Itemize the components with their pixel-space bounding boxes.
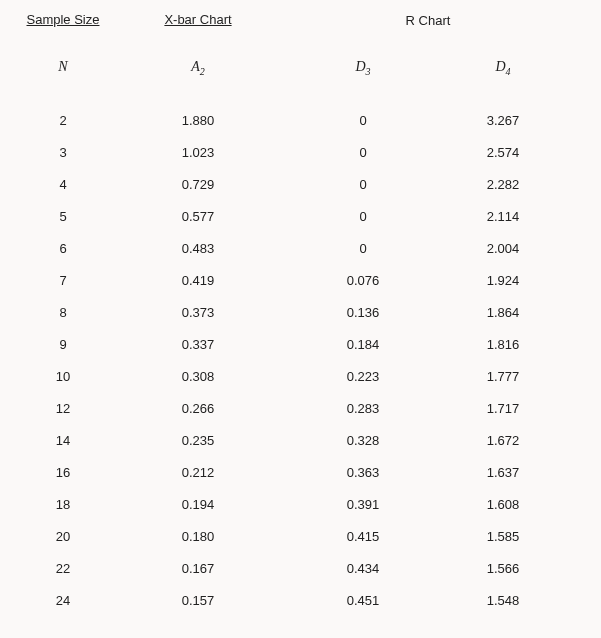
cell-d4: 1.608 [438, 497, 568, 512]
table-row: 40.72902.282 [18, 177, 583, 192]
cell-a2: 0.167 [108, 561, 288, 576]
symbol-d3-base: D [355, 59, 365, 74]
table-row: 220.1670.4341.566 [18, 561, 583, 576]
symbol-d4: D4 [438, 59, 568, 77]
cell-a2: 1.880 [108, 113, 288, 128]
cell-a2: 0.266 [108, 401, 288, 416]
cell-d3: 0.223 [288, 369, 438, 384]
cell-d4: 2.282 [438, 177, 568, 192]
cell-d3: 0.328 [288, 433, 438, 448]
header-sample-size: Sample Size [18, 12, 108, 27]
header-xbar-chart: X-bar Chart [108, 12, 288, 27]
cell-d4: 1.864 [438, 305, 568, 320]
cell-n: 10 [18, 369, 108, 384]
cell-d4: 1.816 [438, 337, 568, 352]
cell-n: 12 [18, 401, 108, 416]
cell-n: 3 [18, 145, 108, 160]
table-row: 160.2120.3631.637 [18, 465, 583, 480]
cell-d3: 0.434 [288, 561, 438, 576]
data-rows: 21.88003.26731.02302.57440.72902.28250.5… [18, 113, 583, 608]
cell-d3: 0.391 [288, 497, 438, 512]
symbol-a2: A2 [108, 59, 288, 77]
cell-n: 8 [18, 305, 108, 320]
cell-d4: 3.267 [438, 113, 568, 128]
cell-d3: 0.136 [288, 305, 438, 320]
table-row: 120.2660.2831.717 [18, 401, 583, 416]
symbol-d3-sub: 3 [366, 66, 371, 77]
cell-n: 24 [18, 593, 108, 608]
cell-n: 6 [18, 241, 108, 256]
cell-n: 4 [18, 177, 108, 192]
table-row: 180.1940.3911.608 [18, 497, 583, 512]
symbol-row: N A2 D3 D4 [18, 59, 583, 77]
cell-n: 14 [18, 433, 108, 448]
cell-d3: 0.451 [288, 593, 438, 608]
cell-a2: 0.483 [108, 241, 288, 256]
symbol-d4-sub: 4 [506, 66, 511, 77]
cell-n: 5 [18, 209, 108, 224]
cell-d4: 2.004 [438, 241, 568, 256]
cell-d3: 0 [288, 177, 438, 192]
cell-n: 16 [18, 465, 108, 480]
cell-d3: 0.184 [288, 337, 438, 352]
cell-d3: 0 [288, 145, 438, 160]
cell-a2: 0.729 [108, 177, 288, 192]
cell-d3: 0 [288, 209, 438, 224]
cell-a2: 0.212 [108, 465, 288, 480]
table-row: 31.02302.574 [18, 145, 583, 160]
table-row: 90.3370.1841.816 [18, 337, 583, 352]
symbol-n: N [18, 59, 108, 77]
table-row: 100.3080.2231.777 [18, 369, 583, 384]
cell-a2: 0.157 [108, 593, 288, 608]
cell-n: 2 [18, 113, 108, 128]
cell-d3: 0.283 [288, 401, 438, 416]
symbol-a2-base: A [191, 59, 200, 74]
cell-d4: 1.637 [438, 465, 568, 480]
cell-a2: 0.419 [108, 273, 288, 288]
cell-d4: 1.672 [438, 433, 568, 448]
cell-n: 20 [18, 529, 108, 544]
table-row: 240.1570.4511.548 [18, 593, 583, 608]
cell-a2: 0.373 [108, 305, 288, 320]
cell-d3: 0.076 [288, 273, 438, 288]
cell-d4: 1.717 [438, 401, 568, 416]
cell-n: 18 [18, 497, 108, 512]
cell-a2: 0.577 [108, 209, 288, 224]
symbol-d3: D3 [288, 59, 438, 77]
cell-d4: 1.924 [438, 273, 568, 288]
cell-a2: 0.180 [108, 529, 288, 544]
header-row: Sample Size X-bar Chart R Chart [18, 12, 583, 27]
cell-n: 7 [18, 273, 108, 288]
cell-d4: 2.574 [438, 145, 568, 160]
cell-n: 22 [18, 561, 108, 576]
table-row: 140.2350.3281.672 [18, 433, 583, 448]
table-row: 70.4190.0761.924 [18, 273, 583, 288]
symbol-a2-sub: 2 [200, 66, 205, 77]
header-r-chart-label: R Chart [402, 14, 455, 27]
cell-d3: 0 [288, 113, 438, 128]
header-r-chart: R Chart [288, 14, 568, 27]
cell-d4: 1.548 [438, 593, 568, 608]
cell-d4: 1.585 [438, 529, 568, 544]
table-row: 50.57702.114 [18, 209, 583, 224]
cell-d3: 0 [288, 241, 438, 256]
cell-n: 9 [18, 337, 108, 352]
cell-a2: 0.194 [108, 497, 288, 512]
cell-d4: 1.777 [438, 369, 568, 384]
cell-d4: 1.566 [438, 561, 568, 576]
symbol-d4-base: D [495, 59, 505, 74]
table-row: 60.48302.004 [18, 241, 583, 256]
table-row: 80.3730.1361.864 [18, 305, 583, 320]
cell-a2: 1.023 [108, 145, 288, 160]
cell-d4: 2.114 [438, 209, 568, 224]
table-row: 200.1800.4151.585 [18, 529, 583, 544]
cell-a2: 0.235 [108, 433, 288, 448]
cell-d3: 0.415 [288, 529, 438, 544]
cell-a2: 0.337 [108, 337, 288, 352]
cell-a2: 0.308 [108, 369, 288, 384]
table-row: 21.88003.267 [18, 113, 583, 128]
cell-d3: 0.363 [288, 465, 438, 480]
